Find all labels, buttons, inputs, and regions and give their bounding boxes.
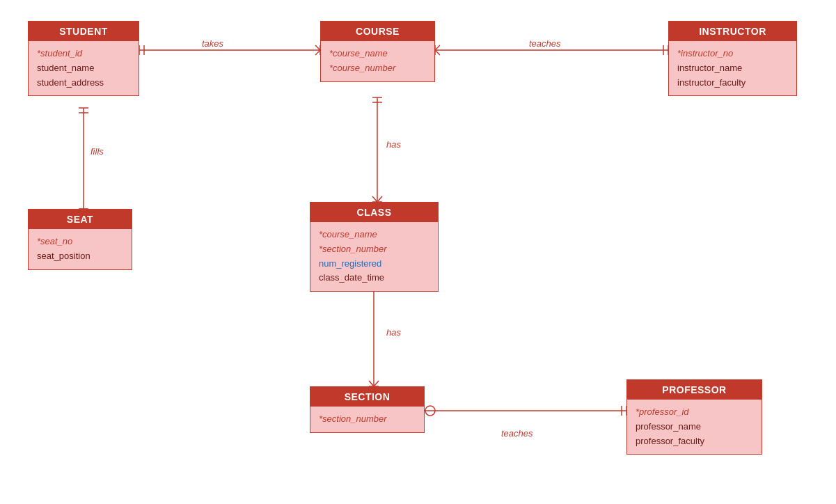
class-body: *course_name *section_number num_registe… bbox=[310, 222, 438, 291]
svg-line-5 bbox=[315, 50, 320, 55]
svg-line-22 bbox=[377, 196, 382, 202]
section-body: *section_number bbox=[310, 407, 424, 432]
entity-course: COURSE *course_name *course_number bbox=[320, 21, 435, 82]
entity-instructor: INSTRUCTOR *instructor_no instructor_nam… bbox=[668, 21, 797, 96]
class-field-3: class_date_time bbox=[319, 271, 429, 285]
course-body: *course_name *course_number bbox=[321, 41, 434, 81]
course-field-0: *course_name bbox=[329, 47, 426, 61]
professor-header: PROFESSOR bbox=[627, 380, 762, 400]
svg-line-26 bbox=[369, 381, 374, 386]
seat-header: SEAT bbox=[29, 210, 132, 229]
instructor-field-0: *instructor_no bbox=[677, 47, 788, 61]
svg-line-21 bbox=[372, 196, 377, 202]
professor-field-1: professor_name bbox=[636, 420, 753, 434]
teaches-section-label: teaches bbox=[501, 428, 533, 439]
svg-line-27 bbox=[374, 381, 379, 386]
has-class-section-label: has bbox=[386, 327, 401, 338]
student-field-2: student_address bbox=[37, 76, 130, 90]
svg-point-29 bbox=[425, 406, 435, 416]
entity-seat: SEAT *seat_no seat_position bbox=[28, 209, 132, 270]
svg-line-4 bbox=[315, 45, 320, 50]
course-field-1: *course_number bbox=[329, 61, 426, 76]
instructor-header: INSTRUCTOR bbox=[669, 22, 796, 41]
seat-field-0: *seat_no bbox=[37, 235, 123, 249]
section-field-0: *section_number bbox=[319, 412, 416, 427]
professor-field-0: *professor_id bbox=[636, 405, 753, 420]
student-body: *student_id student_name student_address bbox=[29, 41, 139, 95]
class-field-0: *course_name bbox=[319, 228, 429, 242]
student-header: STUDENT bbox=[29, 22, 139, 41]
class-header: CLASS bbox=[310, 203, 438, 222]
entity-professor: PROFESSOR *professor_id professor_name p… bbox=[626, 379, 762, 455]
entity-class: CLASS *course_name *section_number num_r… bbox=[310, 202, 439, 292]
class-field-2: num_registered bbox=[319, 257, 429, 271]
professor-body: *professor_id professor_name professor_f… bbox=[627, 400, 762, 454]
takes-label: takes bbox=[202, 38, 223, 49]
entity-section: SECTION *section_number bbox=[310, 386, 425, 433]
diagram-container: takes teaches fills has has teaches STUD… bbox=[0, 0, 836, 504]
seat-field-1: seat_position bbox=[37, 249, 123, 264]
fills-label: fills bbox=[90, 146, 104, 157]
instructor-body: *instructor_no instructor_name instructo… bbox=[669, 41, 796, 95]
course-header: COURSE bbox=[321, 22, 434, 41]
class-field-1: *section_number bbox=[319, 242, 429, 257]
entity-student: STUDENT *student_id student_name student… bbox=[28, 21, 139, 96]
student-field-0: *student_id bbox=[37, 47, 130, 61]
svg-line-9 bbox=[435, 50, 440, 55]
svg-line-8 bbox=[435, 45, 440, 50]
instructor-field-1: instructor_name bbox=[677, 61, 788, 76]
section-header: SECTION bbox=[310, 387, 424, 407]
student-field-1: student_name bbox=[37, 61, 130, 76]
has-course-class-label: has bbox=[386, 139, 401, 150]
teaches-instructor-label: teaches bbox=[529, 38, 561, 49]
seat-body: *seat_no seat_position bbox=[29, 229, 132, 269]
instructor-field-2: instructor_faculty bbox=[677, 76, 788, 90]
professor-field-2: professor_faculty bbox=[636, 434, 753, 449]
